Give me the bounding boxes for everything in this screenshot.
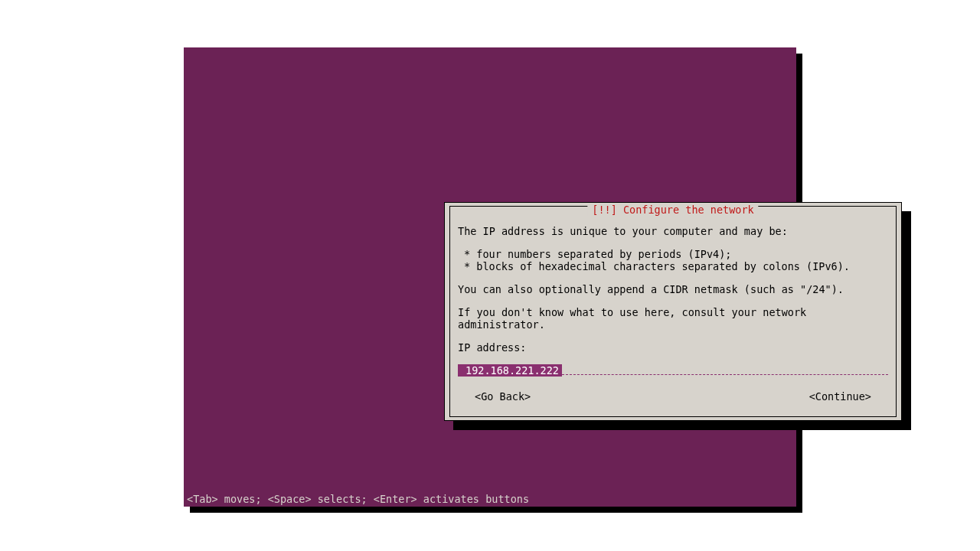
continue-button[interactable]: <Continue> [809, 390, 871, 403]
cidr-note: You can also optionally append a CIDR ne… [458, 283, 888, 295]
field-label: IP address: [458, 341, 888, 354]
go-back-button[interactable]: <Go Back> [475, 390, 531, 403]
bullet-ipv4: * four numbers separated by periods (IPv… [458, 248, 888, 272]
button-row: <Go Back> <Continue> [458, 390, 888, 403]
help-bar: <Tab> moves; <Space> selects; <Enter> ac… [184, 491, 796, 507]
ip-address-input[interactable]: 192.168.221.222 [458, 364, 888, 377]
network-config-dialog: [!!] Configure the network The IP addres… [444, 202, 902, 421]
dialog-title: [!!] Configure the network [587, 204, 758, 216]
description-line: The IP address is unique to your compute… [458, 225, 888, 237]
dialog-content: [!!] Configure the network The IP addres… [449, 206, 897, 417]
bullet-ipv6: * blocks of hexadecimal characters separ… [458, 260, 888, 272]
admin-note: If you don't know what to use here, cons… [458, 306, 888, 331]
input-underline [562, 364, 888, 375]
installer-console: [!!] Configure the network The IP addres… [184, 47, 796, 507]
ip-address-value[interactable]: 192.168.221.222 [458, 364, 562, 377]
